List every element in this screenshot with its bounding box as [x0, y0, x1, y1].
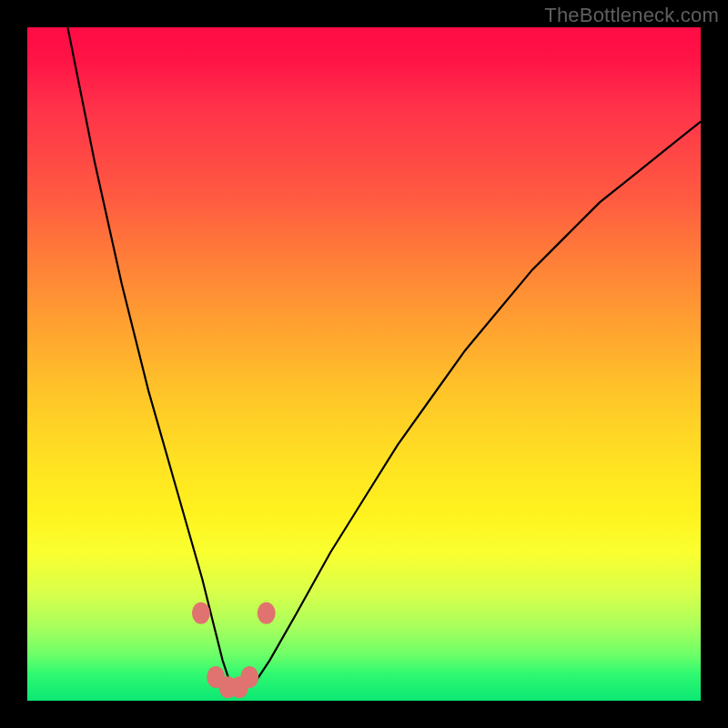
chart-frame: TheBottleneck.com — [0, 0, 728, 728]
plot-area — [27, 27, 701, 701]
curve-marker — [240, 666, 258, 688]
watermark-text: TheBottleneck.com — [544, 4, 719, 27]
curve-marker — [192, 602, 210, 624]
curve-marker — [258, 602, 276, 624]
bottleneck-curve — [27, 27, 701, 701]
